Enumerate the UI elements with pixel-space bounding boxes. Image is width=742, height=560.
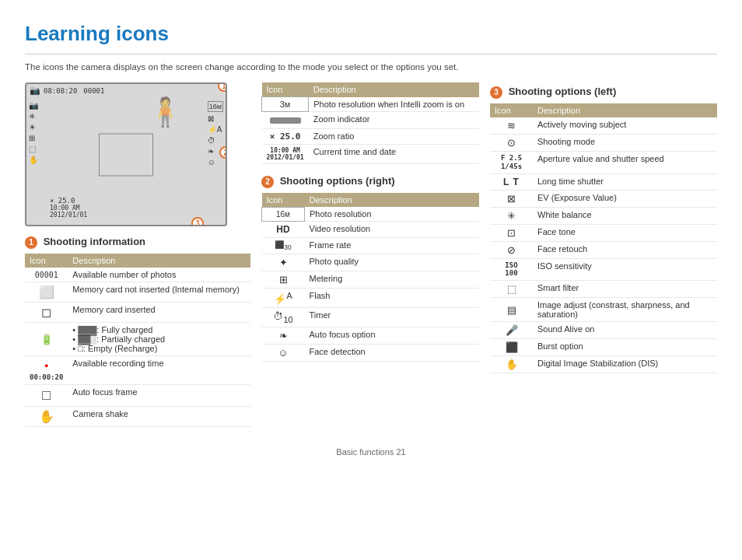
table-row: ISO100 ISO sensitivity	[490, 258, 717, 281]
icon-settings: ✳	[29, 112, 38, 121]
table-row: ⊡ Face tone	[490, 224, 717, 241]
icon-burst: ⬛	[490, 339, 533, 356]
desc-focus-frame: Auto focus frame	[68, 385, 250, 407]
table-row: 3м Photo resolution when Intelli zoom is…	[262, 97, 480, 112]
zoom-value: × 25.0	[50, 197, 87, 205]
table-row: ⬛ Burst option	[490, 339, 717, 356]
icon-timer: ⏱	[208, 136, 223, 145]
table-row: ≋ Actively moving subject	[490, 117, 717, 135]
preview-frame-count: 00001	[83, 87, 104, 95]
desc-timer: Timer	[305, 308, 480, 327]
icon-time-date: 10:00 AM2012/01/01	[262, 144, 309, 163]
battery-partial: ▓▓░: Partially charged	[72, 334, 246, 344]
icon-aperture: F 2.51/45s	[490, 152, 533, 174]
footer-text: Basic functions 21	[336, 447, 405, 457]
icon-face-retouch: ⊘	[490, 241, 533, 258]
icon-recording-time: ● 00:00:20	[25, 356, 68, 385]
preview-time: 08:08:20	[44, 87, 77, 95]
desc-face-retouch: Face retouch	[533, 241, 717, 258]
desc-af-option: Auto focus option	[305, 327, 480, 344]
desc-memory-card: Memory card inserted	[68, 303, 250, 323]
icon-brightness: ☀	[29, 123, 38, 131]
section2-title: 2 Shooting options (right)	[261, 175, 479, 188]
table-row: ✳ White balance	[490, 207, 717, 224]
desc-no-memory-card: Memory card not inserted (Internal memor…	[68, 282, 250, 303]
table-row: 🎤 Sound Alive on	[490, 322, 717, 339]
table-row: □ Auto focus frame	[25, 385, 250, 407]
badge-3: 3	[191, 217, 204, 226]
desc-recording-time: Available recording time	[68, 356, 250, 385]
focus-frame	[99, 133, 153, 176]
desc-zoom-indicator: Zoom indicator	[309, 111, 479, 128]
main-layout: 📷 08:08:20 00001 📷 ✳ ☀ ⊞ ⬚ ✋ 🧍	[25, 82, 717, 433]
desc-time-date: Current time and date	[309, 144, 479, 163]
time-date: 10:00 AM 2012/01/01	[50, 205, 87, 219]
table-row: ✋ Camera shake	[25, 407, 250, 427]
desc-aperture: Aperture value and shutter speed	[533, 152, 717, 174]
icon-hand: ✋	[29, 156, 38, 164]
section1-badge: 1	[25, 236, 37, 249]
table-row: ● 00:00:20 Available recording time	[25, 356, 250, 385]
col-desc-s3: Description	[533, 103, 717, 117]
col-desc-header: Description	[68, 254, 250, 268]
table-row: 10:00 AM2012/01/01 Current time and date	[262, 144, 480, 163]
desc-video-res: Video resolution	[305, 222, 480, 238]
desc-white-balance: White balance	[533, 207, 717, 224]
icon-flash: ⚡A	[262, 289, 305, 308]
col-icon-header-main: Icon	[262, 82, 309, 97]
icon-video-res: HD	[262, 222, 305, 238]
desc-image-adjust: Image adjust (constrast, sharpness, and …	[533, 298, 717, 322]
table-row: 00001 Available number of photos	[25, 268, 250, 282]
page-container: Learning icons The icons the camera disp…	[25, 22, 717, 457]
desc-available-photos: Available number of photos	[68, 268, 250, 282]
icon-battery: 🔋	[25, 323, 68, 356]
table-row: ⬜ Memory card not inserted (Internal mem…	[25, 282, 250, 303]
page-subtitle: The icons the camera displays on the scr…	[25, 62, 717, 72]
section3-title: 3 Shooting options (left)	[490, 86, 717, 99]
desc-ev: EV (Exposure Value)	[533, 190, 717, 207]
col-icon-s2: Icon	[262, 193, 305, 208]
desc-face-tone: Face tone	[533, 224, 717, 241]
right-column: 3 Shooting options (left) Icon Descripti…	[490, 82, 717, 433]
table-row: ✦ Photo quality	[262, 254, 480, 271]
col-icon-header: Icon	[25, 254, 68, 268]
icon-ev: ⊠	[490, 190, 533, 207]
table-row: ◻ Memory card inserted	[25, 303, 250, 323]
icon-focus-frame: □	[25, 385, 68, 407]
table-row: ⊘ Face retouch	[490, 241, 717, 258]
icon-available-photos: 00001	[25, 268, 68, 282]
table-row: F 2.51/45s Aperture value and shutter sp…	[490, 152, 717, 174]
icon-quality: ⊞	[29, 134, 38, 142]
table-row: ☺ Face detection	[262, 344, 480, 361]
section2-badge: 2	[261, 176, 274, 188]
desc-smart-filter: Smart filter	[533, 281, 717, 298]
desc-metering: Metering	[305, 271, 480, 289]
icon-long-time-shutter: L T	[490, 173, 533, 190]
icon-filter: ⬚	[29, 145, 38, 153]
icon-iso: ISO100	[490, 258, 533, 281]
section1-title: 1 Shooting information	[25, 236, 250, 249]
desc-battery: ▓▓▓: Fully charged ▓▓░: Partially charge…	[68, 323, 250, 356]
icon-zoom-indicator	[262, 111, 309, 128]
icon-camera-shake: ✋	[25, 407, 68, 427]
table-row: ⏱10 Timer	[262, 308, 480, 327]
desc-camera-shake: Camera shake	[68, 407, 250, 427]
table-row: ⊙ Shooting mode	[490, 135, 717, 152]
icon-photo-quality: ✦	[262, 254, 305, 271]
table-row: ❧ Auto focus option	[262, 327, 480, 344]
section-shooting-options-left: 3 Shooting options (left) Icon Descripti…	[490, 86, 717, 373]
desc-flash: Flash	[305, 289, 480, 308]
main-icons-table: Icon Description 3м Photo resolution whe…	[261, 82, 479, 164]
table-row: 16м Photo resolution	[262, 207, 480, 222]
left-column: 📷 08:08:20 00001 📷 ✳ ☀ ⊞ ⬚ ✋ 🧍	[25, 82, 250, 433]
desc-photo-quality: Photo quality	[305, 254, 480, 271]
col-desc-header-main: Description	[309, 82, 479, 97]
table-row: L T Long time shutter	[490, 173, 717, 190]
icon-image-adjust: ▤	[490, 298, 533, 322]
footer: Basic functions 21	[25, 447, 717, 457]
desc-zoom-ratio: Zoom ratio	[309, 128, 479, 144]
desc-frame-rate: Frame rate	[305, 238, 480, 254]
section-shooting-options-right: 2 Shooting options (right) Icon Descript…	[261, 175, 479, 362]
table-row: Zoom indicator	[262, 111, 480, 128]
icon-memory-card: ◻	[25, 303, 68, 323]
